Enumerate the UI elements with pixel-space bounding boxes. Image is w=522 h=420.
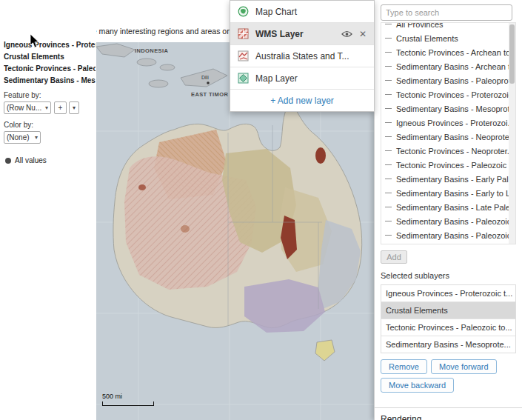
available-sublayer-item[interactable]: Tectonic Provinces - Proterozoic [381, 87, 515, 101]
layer-label: WMS Layer [255, 29, 304, 39]
tree-dash-icon [385, 179, 392, 179]
available-sublayer-label: Sedimentary Basins - Late Pale... [396, 203, 515, 212]
rendering-section-header[interactable]: Rendering [375, 408, 522, 420]
available-sublayer-label: Sedimentary Basins - Paleoprot... [396, 76, 515, 85]
layer-settings-panel: All Provinces Crustal Elements Tectonic … [374, 0, 522, 420]
tree-dash-icon [385, 52, 392, 53]
available-sublayer-item[interactable]: Sedimentary Basins - Archean t... [381, 59, 515, 73]
legend-item[interactable]: Crustal Elements [4, 51, 96, 63]
available-sublayer-label: All Provinces [396, 22, 444, 29]
legend-items: Igneous Provinces - Proter Crustal Eleme… [4, 39, 96, 87]
all-values-label: All values [15, 156, 47, 164]
available-sublayer-item[interactable]: Crustal Elements [381, 31, 515, 45]
tree-dash-icon [385, 150, 392, 151]
list-scrollbar[interactable] [509, 23, 515, 244]
eye-icon[interactable] [341, 30, 352, 38]
available-sublayer-item[interactable]: Sedimentary Basins - Late Pale... [381, 200, 515, 214]
available-sublayer-item[interactable]: Sedimentary Basins - Early to L... [381, 186, 515, 200]
layers-popup: Map Chart WMS Layer ✕ Australia S [230, 0, 375, 112]
sublayer-search-input[interactable] [381, 4, 512, 21]
tree-dash-icon [385, 136, 392, 137]
add-sublayer-button[interactable]: Add [381, 250, 407, 264]
available-sublayer-item[interactable]: Sedimentary Basins - Early Pal... [381, 172, 515, 186]
legend-panel: Igneous Provinces - Proter Crustal Eleme… [0, 0, 96, 420]
color-by-value: (None) [7, 133, 30, 141]
available-sublayer-item[interactable]: Sedimentary Basins - Paleozoic... [381, 228, 515, 242]
tree-dash-icon [385, 235, 392, 236]
selected-sublayer-item[interactable]: Tectonic Provinces - Paleozoic to... [381, 319, 515, 336]
feature-by-label: Feature by: [4, 91, 41, 99]
color-swatch-dot [5, 158, 11, 164]
move-backward-button[interactable]: Move backward [381, 378, 454, 393]
color-by-label: Color by: [4, 121, 33, 129]
chevron-down-icon: ▾ [33, 134, 38, 141]
selected-sublayers-list: Igneous Provinces - Proterozoic t... Cru… [381, 284, 516, 353]
available-sublayer-label: Sedimentary Basins - Mesoprot... [396, 104, 515, 113]
available-sublayer-item[interactable]: Sedimentary Basins - Neoprote... [381, 130, 515, 144]
wms-layer-icon [238, 28, 249, 39]
scrollbar-thumb[interactable] [509, 24, 515, 84]
layer-item-wms-layer[interactable]: WMS Layer ✕ [230, 23, 374, 45]
available-sublayer-item[interactable]: Sedimentary Basins - Paleozoic... [381, 214, 515, 228]
tree-dash-icon [385, 80, 392, 81]
available-sublayer-item[interactable]: Tectonic Provinces - Paleozoic t... [381, 158, 515, 172]
tree-dash-icon [385, 94, 392, 95]
tile-layer-icon [238, 73, 249, 84]
legend-item-label: Sedimentary Basins - Meso [4, 76, 96, 84]
color-by-selector[interactable]: (None) ▾ [4, 131, 41, 144]
available-sublayer-item[interactable]: Igneous Provinces - Proterozoi... [381, 116, 515, 130]
close-icon[interactable]: ✕ [359, 30, 367, 39]
layer-label: Map Layer [255, 73, 298, 84]
available-sublayer-label: Sedimentary Basins - Archean t... [396, 62, 515, 71]
feature-by-value: (Row Nu... [7, 104, 41, 112]
add-feature-button[interactable]: + [54, 101, 67, 114]
available-sublayers-list: All Provinces Crustal Elements Tectonic … [381, 22, 515, 242]
legend-item-label: Tectonic Provinces - Paleo [4, 64, 96, 73]
selected-sublayer-label: Tectonic Provinces - Paleozoic to... [386, 323, 512, 332]
tree-dash-icon [385, 193, 392, 193]
all-values-row[interactable]: All values [5, 156, 47, 164]
available-sublayers-listbox: All Provinces Crustal Elements Tectonic … [381, 22, 516, 244]
selected-sublayer-item[interactable]: Sedimentary Basins - Mesoprote... [381, 336, 515, 353]
east-timor-label: EAST TIMOR [191, 91, 228, 98]
chevron-down-icon: ▾ [43, 104, 48, 111]
layer-item-australia-states[interactable]: Australia States and T... [230, 45, 374, 67]
available-sublayer-item[interactable]: All Provinces [381, 22, 515, 31]
layer-item-map-layer[interactable]: Map Layer [230, 67, 374, 90]
legend-item[interactable]: Igneous Provinces - Proter [4, 39, 96, 51]
available-sublayer-item[interactable]: Sedimentary Basins - Paleoprot... [381, 73, 515, 87]
available-sublayer-label: Sedimentary Basins - Early to L... [396, 189, 515, 198]
selected-sublayer-item[interactable]: Igneous Provinces - Proterozoic t... [381, 285, 515, 302]
available-sublayer-label: Sedimentary Basins - Early Pal... [396, 175, 515, 184]
scale-bar [102, 401, 154, 406]
move-forward-button[interactable]: Move forward [431, 359, 497, 374]
dili-marker-dot [207, 81, 210, 84]
available-sublayer-label: Sedimentary Basins - Paleozoic... [396, 231, 515, 240]
feature-options-dropdown[interactable]: ▾ [69, 101, 79, 114]
tree-dash-icon [385, 24, 392, 24]
legend-item[interactable]: Sedimentary Basins - Meso [4, 75, 96, 87]
available-sublayer-item[interactable]: Tectonic Provinces - Neoproter... [381, 144, 515, 158]
remove-button[interactable]: Remove [381, 359, 427, 374]
legend-item[interactable]: Tectonic Provinces - Paleo [4, 63, 96, 75]
available-sublayer-item[interactable]: Sedimentary Basins - Mesoprot... [381, 101, 515, 116]
layer-item-map-chart[interactable]: Map Chart [230, 1, 374, 23]
selected-sublayer-label: Igneous Provinces - Proterozoic t... [386, 289, 512, 298]
tree-dash-icon [385, 108, 392, 109]
available-sublayer-label: Tectonic Provinces - Proterozoic [396, 90, 512, 99]
available-sublayer-label: Sedimentary Basins - Neoprote... [396, 133, 515, 141]
selected-sublayer-label: Crustal Elements [386, 306, 448, 315]
indonesia-label: INDONESIA [135, 47, 168, 54]
available-sublayer-item[interactable]: Tectonic Provinces - Archean to... [381, 45, 515, 59]
tree-dash-icon [385, 122, 392, 123]
scale-label: 500 mi [102, 393, 122, 400]
feature-by-selector[interactable]: (Row Nu... ▾ [4, 101, 51, 114]
layer-label: Australia States and T... [255, 51, 349, 61]
tree-dash-icon [385, 164, 392, 165]
selected-sublayer-label: Sedimentary Basins - Mesoprote... [386, 340, 511, 349]
available-sublayer-label: Tectonic Provinces - Archean to... [396, 48, 515, 57]
selected-sublayer-item[interactable]: Crustal Elements [381, 302, 515, 319]
available-sublayer-label: Igneous Provinces - Proterozoi... [396, 119, 515, 127]
add-new-layer-link[interactable]: + Add new layer [230, 90, 374, 111]
dili-label: Dili [201, 75, 209, 80]
